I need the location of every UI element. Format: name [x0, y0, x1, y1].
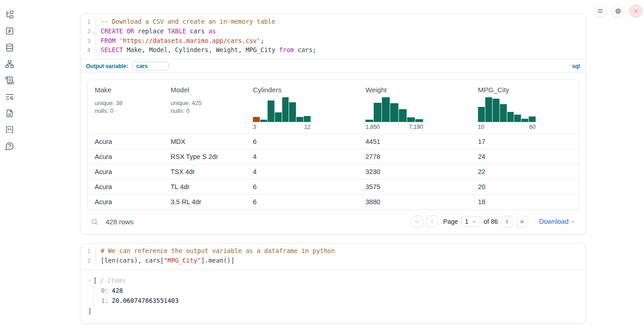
line-number: 2: [80, 27, 96, 37]
tree-body: 0:428 1:20.060747663551403: [93, 285, 578, 306]
tree-header: [ 2 Items: [88, 277, 578, 284]
chevron-down-icon: [472, 219, 477, 224]
snippets-icon[interactable]: [5, 125, 15, 134]
sql-code-editor[interactable]: 1-- Download a CSV and create an in-memo…: [80, 14, 585, 59]
table-row[interactable]: Acura MDX 6 4451 17: [87, 134, 579, 149]
variables-icon[interactable]: [5, 26, 15, 36]
code-text: FROM 'https://datasets.marimo.app/cars.c…: [96, 37, 264, 46]
sql-cell-output: Make unique: 38 nulls: 0 Model unique: 4…: [80, 73, 585, 234]
code-text: SELECT Make, Model, Cylinders, Weight, M…: [96, 46, 316, 55]
table-row[interactable]: Acura TSX 4dr 4 3230 22: [87, 164, 579, 180]
histogram-bar: [407, 117, 415, 122]
collapse-chevron-icon[interactable]: [88, 278, 92, 282]
histogram-bar: [507, 112, 514, 122]
settings-button[interactable]: [612, 5, 624, 17]
help-icon[interactable]: [5, 142, 15, 151]
output-variable-row: Output variable: sql: [80, 59, 585, 73]
table-header-row: Make unique: 38 nulls: 0 Model unique: 4…: [87, 80, 579, 134]
column-header-mpg-city: MPG_City 10 60: [471, 80, 579, 134]
cell-model: TSX 4dr: [163, 164, 246, 180]
cell-weight: 3880: [358, 195, 471, 210]
histogram-bar: [493, 99, 499, 122]
page-label: Page: [443, 218, 458, 225]
last-page-button[interactable]: [516, 216, 528, 227]
histogram-bar: [289, 102, 296, 122]
language-badge[interactable]: sql: [572, 63, 580, 69]
column-title: Model: [171, 86, 238, 94]
python-cell: 1# We can reference the output variable …: [80, 243, 586, 324]
cell-mpg: 22: [471, 164, 579, 180]
download-button[interactable]: Download: [539, 218, 576, 225]
file-tree-icon[interactable]: [5, 10, 15, 19]
python-code-editor[interactable]: 1# We can reference the output variable …: [80, 243, 585, 270]
code-line: 3FROM 'https://datasets.marimo.app/cars.…: [80, 37, 585, 46]
table-row[interactable]: Acura RSX Type S 2dr 4 2778 24: [87, 149, 579, 164]
cell-mpg: 24: [471, 149, 579, 164]
code-line: 4SELECT Make, Model, Cylinders, Weight, …: [80, 46, 585, 55]
histogram-axis: 10 60: [478, 124, 536, 130]
table-row[interactable]: Acura 3.5 RL 4dr 6 3880 18: [87, 195, 579, 210]
search-icon[interactable]: [91, 218, 98, 226]
cell-make: Acura: [87, 149, 163, 164]
logs-icon[interactable]: [5, 76, 15, 85]
dependency-graph-icon[interactable]: [5, 59, 15, 69]
histogram-bar: [399, 109, 407, 122]
next-page-button[interactable]: [501, 216, 513, 227]
histogram-bar: [390, 103, 398, 122]
histogram-bar: [374, 103, 381, 122]
column-header-model: Model unique: 425 nulls: 0: [163, 80, 246, 134]
cell-mpg: 17: [471, 134, 579, 149]
menu-button[interactable]: [594, 5, 606, 17]
code-line: 2CREATE OR replace TABLE cars as: [80, 27, 585, 37]
data-table: Make unique: 38 nulls: 0 Model unique: 4…: [87, 80, 579, 209]
cell-make: Acura: [87, 180, 163, 195]
first-page-button[interactable]: [411, 216, 423, 227]
histogram-bar: [529, 116, 536, 122]
line-number: 2: [80, 256, 96, 266]
cylinders-histogram: 3 12: [253, 97, 311, 130]
table-row[interactable]: Acura TL 4dr 6 3575 20: [87, 180, 579, 195]
histogram-bar: [282, 97, 289, 122]
previous-page-button[interactable]: [426, 216, 438, 227]
close-bracket: ]: [88, 307, 578, 316]
column-title: Cylinders: [253, 86, 351, 94]
table-footer: 428 rows Page 1 of 86: [87, 210, 579, 232]
histogram-bar: [521, 119, 528, 122]
output-variable-label: Output variable:: [86, 63, 128, 69]
row-count: 428 rows: [106, 218, 134, 226]
column-header-cylinders: Cylinders 3 12: [246, 80, 358, 134]
chevron-down-icon: [570, 219, 575, 224]
cell-weight: 4451: [358, 134, 471, 149]
cell-model: MDX: [163, 134, 246, 149]
histogram-bar: [253, 117, 260, 122]
cell-cylinders: 6: [246, 180, 358, 195]
output-variable-input[interactable]: [132, 62, 169, 70]
cell-mpg: 20: [471, 180, 579, 195]
shutdown-button[interactable]: [629, 5, 642, 17]
histogram-bar: [485, 97, 492, 122]
code-line: 2[len(cars), cars["MPG_City"].mean()]: [80, 256, 585, 266]
cell-mpg: 18: [471, 195, 579, 210]
cell-model: TL 4dr: [163, 180, 246, 195]
cell-make: Acura: [87, 134, 163, 149]
cell-weight: 3230: [358, 164, 471, 180]
column-title: Make: [95, 86, 156, 94]
histogram-bar: [304, 116, 311, 122]
code-line: 1-- Download a CSV and create an in-memo…: [80, 17, 585, 27]
page-select[interactable]: 1: [462, 216, 481, 227]
table-of-contents-search-icon[interactable]: [5, 92, 15, 101]
datasources-icon[interactable]: [5, 43, 15, 52]
line-number: 3: [80, 37, 96, 46]
documentation-icon[interactable]: [5, 109, 15, 118]
cell-make: Acura: [87, 195, 163, 210]
histogram-bar: [268, 100, 274, 122]
cell-cylinders: 4: [246, 149, 358, 164]
line-number: 1: [80, 17, 96, 27]
notebook-area: 1-- Download a CSV and create an in-memo…: [80, 14, 586, 324]
histogram-axis: 3 12: [253, 124, 311, 130]
cell-weight: 2778: [358, 149, 471, 164]
mpg-city-histogram: 10 60: [478, 97, 536, 130]
column-stats: unique: 425 nulls: 0: [171, 99, 238, 115]
left-sidebar: [0, 0, 19, 151]
page-total: of 86: [483, 218, 498, 225]
